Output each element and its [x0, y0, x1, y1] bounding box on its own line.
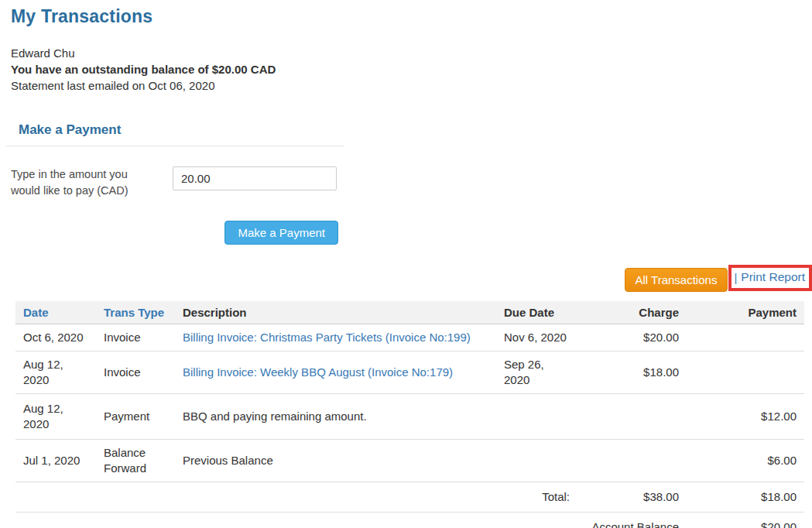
account-holder-name: Edward Chu: [11, 45, 812, 61]
cell-trans-type: Payment: [96, 394, 175, 440]
column-header-charge: Charge: [577, 301, 687, 324]
make-payment-section: Make a Payment Type in the amount you wo…: [6, 122, 344, 245]
column-header-due-date: Due Date: [496, 301, 577, 324]
cell-due-date: Sep 26, 2020: [496, 351, 577, 394]
toolbar-separator: |: [734, 271, 737, 284]
statement-emailed-message: Statement last emailed on Oct 06, 2020: [11, 77, 812, 94]
page-title: My Transactions: [11, 6, 812, 27]
cell-due-date: [496, 394, 577, 440]
cell-payment: $6.00: [687, 440, 804, 482]
transactions-page: My Transactions Edward Chu You have an o…: [0, 0, 812, 245]
cell-payment: [687, 351, 804, 394]
cell-due-date: Nov 6, 2020: [496, 324, 577, 351]
make-payment-heading: Make a Payment: [6, 122, 344, 146]
print-report-link[interactable]: Print Report: [741, 270, 805, 284]
transactions-table: Date Trans Type Description Due Date Cha…: [15, 301, 804, 528]
cell-trans-type: Balance Forward: [96, 440, 175, 482]
all-transactions-button[interactable]: All Transactions: [625, 268, 728, 292]
column-header-payment: Payment: [687, 301, 804, 324]
account-summary: Edward Chu You have an outstanding balan…: [11, 45, 812, 94]
cell-trans-type: Invoice: [96, 351, 175, 394]
outstanding-balance-message: You have an outstanding balance of $20.0…: [11, 61, 812, 77]
table-toolbar: All Transactions | Print Report: [625, 264, 812, 292]
column-header-trans-type[interactable]: Trans Type: [96, 301, 175, 324]
cell-description: BBQ and paying remaining amount.: [175, 394, 496, 440]
column-header-description: Description: [175, 301, 496, 324]
total-charge: $38.00: [577, 482, 687, 513]
table-header-row: Date Trans Type Description Due Date Cha…: [15, 301, 804, 324]
cell-trans-type: Invoice: [96, 324, 175, 351]
cell-due-date: [496, 440, 577, 482]
make-payment-button[interactable]: Make a Payment: [224, 221, 338, 245]
cell-charge: [577, 440, 687, 482]
invoice-link[interactable]: Billing Invoice: Weekly BBQ August (Invo…: [183, 365, 453, 379]
total-label: Total:: [15, 482, 577, 513]
column-header-date[interactable]: Date: [15, 301, 96, 324]
cell-description: Previous Balance: [175, 440, 496, 482]
table-row: Aug 12, 2020 Invoice Billing Invoice: We…: [15, 351, 804, 394]
print-report-highlight-box: | Print Report: [728, 265, 812, 291]
account-balance-row: Account Balance $20.00: [15, 513, 804, 528]
cell-date: Aug 12, 2020: [15, 351, 96, 394]
table-row: Jul 1, 2020 Balance Forward Previous Bal…: [15, 440, 804, 482]
invoice-link[interactable]: Billing Invoice: Christmas Party Tickets…: [183, 331, 471, 344]
account-balance-value: $20.00: [687, 513, 804, 528]
cell-payment: $12.00: [687, 394, 804, 440]
account-balance-label: Account Balance: [15, 513, 687, 528]
cell-charge: [577, 394, 687, 440]
amount-label: Type in the amount you would like to pay…: [11, 166, 159, 199]
totals-row: Total: $38.00 $18.00: [15, 482, 804, 513]
cell-payment: [687, 324, 804, 351]
total-payment: $18.00: [687, 482, 804, 513]
cell-charge: $18.00: [577, 351, 687, 394]
payment-amount-input[interactable]: [173, 166, 337, 190]
cell-date: Jul 1, 2020: [15, 440, 96, 482]
cell-charge: $20.00: [577, 324, 687, 351]
cell-date: Aug 12, 2020: [15, 394, 96, 440]
table-row: Oct 6, 2020 Invoice Billing Invoice: Chr…: [15, 324, 804, 351]
cell-date: Oct 6, 2020: [15, 324, 96, 351]
table-row: Aug 12, 2020 Payment BBQ and paying rema…: [15, 394, 804, 440]
